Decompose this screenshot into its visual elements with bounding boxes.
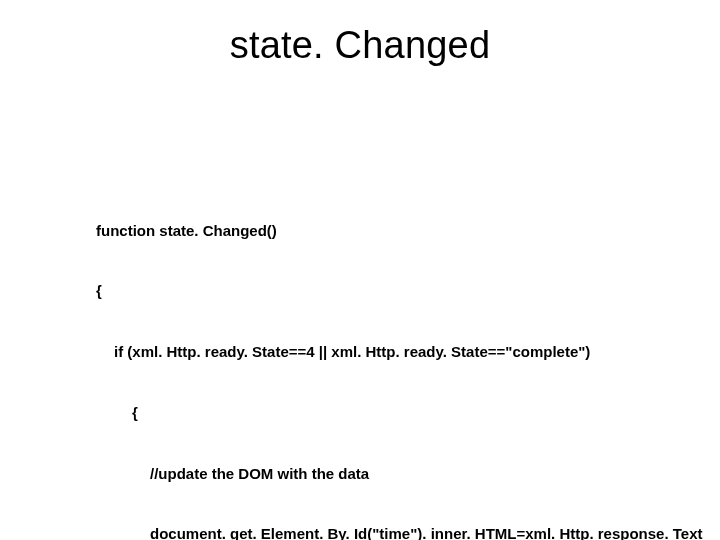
code-line: if (xml. Http. ready. State==4 || xml. H… xyxy=(96,342,680,362)
code-line: { xyxy=(96,281,680,301)
code-line: document. get. Element. By. Id("time"). … xyxy=(96,524,680,540)
code-block: function state. Changed() { if (xml. Htt… xyxy=(96,180,680,540)
slide-title: state. Changed xyxy=(0,24,720,67)
code-line: { xyxy=(96,403,680,423)
slide: state. Changed function state. Changed()… xyxy=(0,0,720,540)
code-line: //update the DOM with the data xyxy=(96,464,680,484)
code-line: function state. Changed() xyxy=(96,221,680,241)
